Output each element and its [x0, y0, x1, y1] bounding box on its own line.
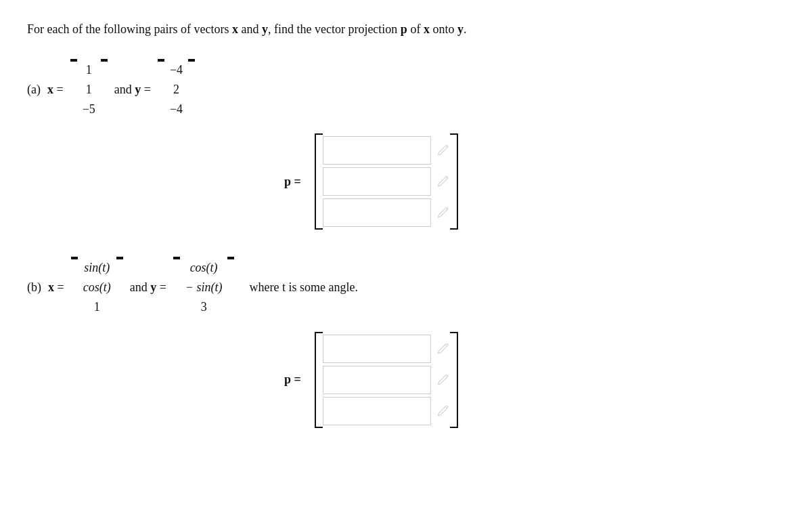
pencil-icon-2 — [436, 175, 450, 188]
part-a-label: (a) — [27, 83, 41, 97]
answer-row-1 — [323, 136, 450, 165]
matrix-bx-row-3: 1 — [83, 297, 111, 317]
matrix-y-row-3: −4 — [170, 100, 183, 119]
matrix-bx-values: sin(t) cos(t) 1 — [78, 257, 116, 318]
answer-b-row-3 — [323, 397, 450, 425]
part-b-where-clause: where t is some angle. — [249, 280, 357, 295]
part-b-answer-input-3[interactable] — [323, 397, 431, 425]
pencil-icon-1 — [436, 144, 450, 157]
matrix-by-row-1: cos(t) — [185, 258, 223, 278]
matrix-y-row-2: 2 — [170, 80, 183, 100]
answer-b-row-2 — [323, 366, 450, 394]
part-a-p-label: p = — [284, 175, 301, 189]
bracket-left-y — [158, 59, 164, 62]
matrix-x-row-2: 1 — [83, 80, 95, 100]
problem-instruction: For each of the following pairs of vecto… — [27, 20, 785, 39]
pencil-icon-3 — [436, 206, 450, 219]
matrix-x-values: 1 1 −5 — [77, 59, 101, 120]
part-b-y-matrix: cos(t) − sin(t) 3 — [173, 257, 235, 318]
part-b-p-label: p = — [284, 373, 301, 387]
bracket-left-by — [173, 257, 180, 259]
part-b-and-label: and y = — [130, 280, 166, 295]
part-a-answer-matrix — [315, 133, 458, 230]
matrix-by-row-3: 3 — [185, 297, 223, 317]
pencil-icon-b3 — [436, 404, 450, 418]
part-a-answer-input-2[interactable] — [323, 167, 431, 196]
part-b-x-matrix: sin(t) cos(t) 1 — [71, 257, 123, 318]
part-b-answer-row: p = — [284, 332, 785, 428]
matrix-y-values: −4 2 −4 — [164, 59, 188, 120]
part-a-answer-input-1[interactable] — [323, 136, 431, 165]
part-a-x-matrix: 1 1 −5 — [70, 59, 108, 120]
part-a-and-label: and y = — [114, 83, 151, 97]
part-a-header: (a) x = 1 1 −5 and y = −4 2 −4 — [27, 59, 785, 120]
matrix-by-row-2: − sin(t) — [185, 278, 223, 297]
matrix-y-row-1: −4 — [170, 60, 183, 80]
answer-bracket-right-b — [450, 332, 458, 428]
answer-bracket-left — [315, 133, 323, 230]
part-b-header: (b) x = sin(t) cos(t) 1 and y = cos(t) −… — [27, 257, 785, 318]
matrix-x-row-1: 1 — [83, 60, 95, 80]
answer-fields — [323, 133, 450, 230]
part-b-label: (b) — [27, 280, 41, 295]
matrix-x-row-3: −5 — [83, 100, 95, 119]
bracket-right-y — [188, 59, 195, 62]
matrix-bx-row-2: cos(t) — [83, 278, 111, 297]
part-b-answer-input-2[interactable] — [323, 366, 431, 394]
bracket-right-bx — [116, 257, 123, 259]
bracket-right — [101, 59, 108, 62]
answer-b-row-1 — [323, 335, 450, 363]
part-a-y-matrix: −4 2 −4 — [158, 59, 195, 120]
answer-row-3 — [323, 198, 450, 227]
part-a: (a) x = 1 1 −5 and y = −4 2 −4 — [27, 59, 785, 230]
part-a-x-label: x = — [47, 83, 64, 97]
pencil-icon-b2 — [436, 373, 450, 387]
part-b-answer-input-1[interactable] — [323, 335, 431, 363]
matrix-bx-row-1: sin(t) — [83, 258, 111, 278]
matrix-by-values: cos(t) − sin(t) 3 — [180, 257, 228, 318]
part-a-answer-input-3[interactable] — [323, 198, 431, 227]
answer-row-2 — [323, 167, 450, 196]
part-b-answer-matrix — [315, 332, 458, 428]
bracket-left — [70, 59, 77, 62]
bracket-left-bx — [71, 257, 78, 259]
pencil-icon-b1 — [436, 342, 450, 356]
answer-bracket-right — [450, 133, 458, 230]
part-b: (b) x = sin(t) cos(t) 1 and y = cos(t) −… — [27, 257, 785, 427]
bracket-right-by — [227, 257, 234, 259]
part-a-answer-row: p = — [284, 133, 785, 230]
part-b-x-label: x = — [48, 280, 64, 295]
answer-fields-b — [323, 332, 450, 428]
answer-bracket-left-b — [315, 332, 323, 428]
